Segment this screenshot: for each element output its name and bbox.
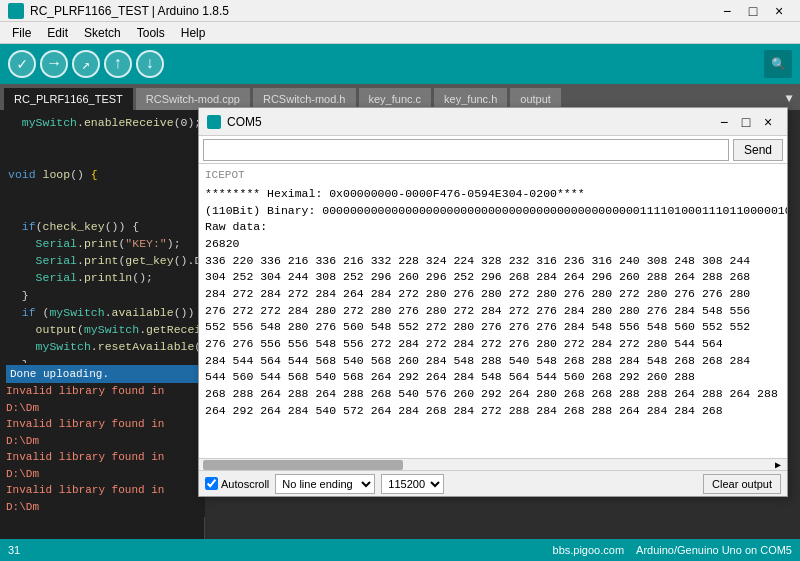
line-ending-select[interactable]: No line ending Newline Carriage return B…: [275, 474, 375, 494]
app-icon: [8, 3, 24, 19]
code-line: output(mySwitch.getReceiv: [0, 321, 204, 338]
serial-scrollbar-horizontal[interactable]: ▶: [199, 458, 787, 470]
window-controls: − □ ×: [714, 0, 792, 22]
autoscroll-text: Autoscroll: [221, 478, 269, 490]
serial-minimize-button[interactable]: −: [713, 111, 735, 133]
console-error-line: Invalid library found in D:\Dm: [6, 416, 199, 449]
serial-send-button[interactable]: Send: [733, 139, 783, 161]
baud-rate-select[interactable]: 300 1200 2400 4800 9600 19200 38400 5760…: [381, 474, 444, 494]
menu-file[interactable]: File: [4, 24, 39, 42]
serial-footer: Autoscroll No line ending Newline Carria…: [199, 470, 787, 496]
serial-output-line: ICEPOT: [205, 168, 781, 184]
code-line: [0, 149, 204, 166]
console-error-line: Invalid library found in D:\Dm: [6, 482, 199, 515]
menu-bar: File Edit Sketch Tools Help: [0, 22, 800, 44]
serial-output-line: 284 544 564 544 568 540 568 260 284 548 …: [205, 353, 781, 370]
upload-button[interactable]: →: [40, 50, 68, 78]
code-line: void loop() {: [0, 166, 204, 183]
serial-close-button[interactable]: ×: [757, 111, 779, 133]
code-line: }: [0, 287, 204, 304]
console-done-line: Done uploading.: [6, 365, 199, 384]
code-line: if (mySwitch.available()) {: [0, 304, 204, 321]
toolbar: ✓ → ↗ ↑ ↓ 🔍: [0, 44, 800, 84]
menu-sketch[interactable]: Sketch: [76, 24, 129, 42]
console-error-line: Invalid library found in D:\Dm: [6, 449, 199, 482]
code-line: [0, 183, 204, 200]
serial-scrollbar-thumb[interactable]: [203, 460, 403, 470]
serial-output-line: 268 288 264 288 264 288 268 540 576 260 …: [205, 386, 781, 403]
code-line: [0, 131, 204, 148]
serial-input-bar: Send: [199, 136, 787, 164]
serial-maximize-button[interactable]: □: [735, 111, 757, 133]
verify-button[interactable]: ✓: [8, 50, 36, 78]
menu-tools[interactable]: Tools: [129, 24, 173, 42]
status-board-info: Arduino/Genuino Uno on COM5: [636, 544, 792, 556]
code-line: if(check_key()) {: [0, 218, 204, 235]
status-line-number: 31: [8, 544, 553, 556]
maximize-button[interactable]: □: [740, 0, 766, 22]
serial-output-line: 304 252 304 244 308 252 296 260 296 252 …: [205, 269, 781, 286]
serial-monitor-title: COM5: [227, 115, 713, 129]
close-button[interactable]: ×: [766, 0, 792, 22]
menu-edit[interactable]: Edit: [39, 24, 76, 42]
search-button[interactable]: 🔍: [764, 50, 792, 78]
serial-output[interactable]: ICEPOT ******** Heximal: 0x00000000-0000…: [199, 164, 787, 458]
autoscroll-label[interactable]: Autoscroll: [205, 477, 269, 490]
serial-output-line: 284 272 284 272 284 264 284 272 280 276 …: [205, 286, 781, 303]
code-line: Serial.println();: [0, 269, 204, 286]
open-button[interactable]: ↑: [104, 50, 132, 78]
console-error-line: Invalid library found in D:\Dm: [6, 383, 199, 416]
serial-output-line: (110Bit) Binary: 00000000000000000000000…: [205, 203, 781, 220]
serial-output-line: 276 276 556 556 548 556 272 284 272 284 …: [205, 336, 781, 353]
serial-output-line: 26820: [205, 236, 781, 253]
console-area: Done uploading. Invalid library found in…: [0, 363, 205, 518]
new-button[interactable]: ↗: [72, 50, 100, 78]
serial-output-line: 276 272 272 284 280 272 280 276 280 272 …: [205, 303, 781, 320]
serial-output-line: 552 556 548 280 276 560 548 552 272 280 …: [205, 319, 781, 336]
minimize-button[interactable]: −: [714, 0, 740, 22]
clear-output-button[interactable]: Clear output: [703, 474, 781, 494]
autoscroll-checkbox[interactable]: [205, 477, 218, 490]
serial-output-line: 544 560 544 568 540 568 264 292 264 284 …: [205, 369, 781, 386]
serial-icon: [207, 115, 221, 129]
serial-output-line: 336 220 336 216 336 216 332 228 324 224 …: [205, 253, 781, 270]
code-line: mySwitch.resetAvailable(): [0, 338, 204, 355]
scroll-right-arrow[interactable]: ▶: [773, 460, 783, 470]
serial-output-line: ******** Heximal: 0x00000000-0000F476-05…: [205, 186, 781, 203]
serial-output-line: Raw data:: [205, 219, 781, 236]
serial-output-line: 264 292 264 284 540 572 264 284 268 284 …: [205, 403, 781, 420]
serial-monitor: COM5 − □ × Send ICEPOT ******** Heximal:…: [198, 107, 788, 497]
window-title: RC_PLRF1166_TEST | Arduino 1.8.5: [30, 4, 714, 18]
save-button[interactable]: ↓: [136, 50, 164, 78]
code-line: Serial.print(get_key().DEC: [0, 252, 204, 269]
menu-help[interactable]: Help: [173, 24, 214, 42]
tab-rc-plrf1166-test[interactable]: RC_PLRF1166_TEST: [4, 88, 134, 110]
serial-monitor-title-bar: COM5 − □ ×: [199, 108, 787, 136]
status-site: bbs.pigoo.com: [553, 544, 625, 556]
serial-input-field[interactable]: [203, 139, 729, 161]
status-bar: 31 bbs.pigoo.com Arduino/Genuino Uno on …: [0, 539, 800, 561]
code-line: Serial.print("KEY:");: [0, 235, 204, 252]
code-line: [0, 200, 204, 217]
code-line: mySwitch.enableReceive(0);: [0, 114, 204, 131]
title-bar: RC_PLRF1166_TEST | Arduino 1.8.5 − □ ×: [0, 0, 800, 22]
